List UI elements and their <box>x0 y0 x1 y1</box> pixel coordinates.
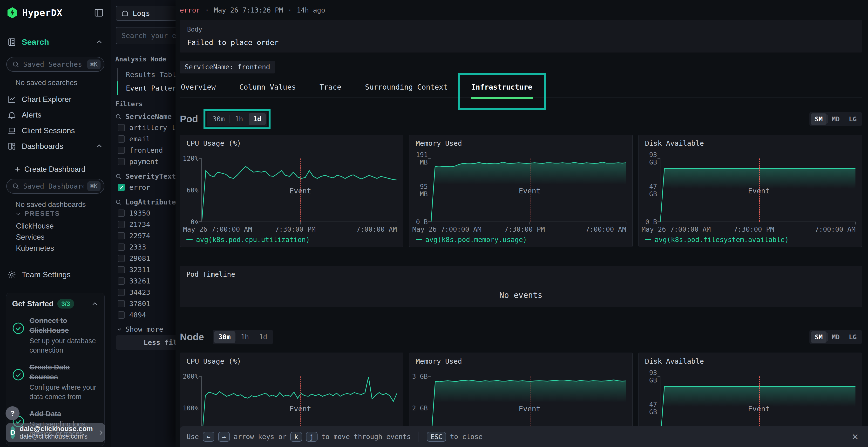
event-header: error · May 26 7:13:26 PM · 14h ago <box>180 6 862 14</box>
sidebar-item-dashboards[interactable]: Dashboards <box>0 138 111 154</box>
create-dashboard-button[interactable]: + Create Dashboard <box>0 163 111 176</box>
y-axis-labels: 93 GB47 GB0 B <box>639 159 660 222</box>
search-icon <box>12 182 19 190</box>
saved-dashboards-placeholder: Saved Dashboards <box>23 182 84 190</box>
node-range-1d[interactable]: 1d <box>255 331 272 343</box>
event-marker-label: Event <box>519 186 540 195</box>
x-axis-labels: May 26 7:00:00 AM7:30:00 PM7:00:00 AM <box>642 224 856 234</box>
hyperdx-logo-icon <box>7 7 18 18</box>
checkbox-icon[interactable] <box>118 147 125 154</box>
y-tick-label: 93 GB <box>639 369 657 384</box>
tab-column-values[interactable]: Column Values <box>239 83 297 98</box>
pod-size-lg[interactable]: LG <box>845 113 861 125</box>
pod-range-30m[interactable]: 30m <box>208 113 229 125</box>
separator-dot: · <box>288 6 292 14</box>
checkbox-icon[interactable] <box>118 135 125 143</box>
sidebar-item-label: Team Settings <box>22 270 71 279</box>
node-section-title: Node <box>180 332 204 342</box>
chevron-up-icon <box>95 142 103 150</box>
get-started-header[interactable]: Get Started 3/3 <box>12 299 99 309</box>
tab-label: Column Values <box>240 83 296 91</box>
y-axis-tick <box>428 408 431 408</box>
saved-dashboards-input[interactable]: Saved Dashboards ⌘K <box>6 179 104 194</box>
user-menu[interactable]: D dale@clickhouse.com dale@clickhouse.co… <box>6 423 105 442</box>
user-email: dale@clickhouse.com <box>20 425 93 433</box>
x-tick-label: 7:30:00 PM <box>275 226 316 233</box>
right-arrow-keycap: → <box>218 432 230 442</box>
plot: Event <box>660 159 856 222</box>
presets-header[interactable]: PRESETS <box>0 210 111 217</box>
node-size-sm[interactable]: SM <box>811 332 827 343</box>
service-name-tag[interactable]: ServiceName: frontend <box>180 61 275 73</box>
no-saved-searches-text: No saved searches <box>16 78 111 87</box>
checkbox-icon[interactable] <box>118 243 125 251</box>
sidebar-item-services[interactable]: Services <box>0 232 111 243</box>
pod-time-range-wrap: 30m1h1d <box>207 112 267 127</box>
pod-size-md[interactable]: MD <box>828 113 844 125</box>
sidebar-item-kubernetes[interactable]: Kubernetes <box>0 243 111 254</box>
sidebar-item-label: Client Sessions <box>22 126 75 135</box>
get-started-step-sources[interactable]: Create Data Sources Configure where your… <box>12 362 99 402</box>
get-started-step-connect[interactable]: Connect to ClickHouse Set up your databa… <box>12 316 99 355</box>
filter-option-label: 37801 <box>129 300 150 308</box>
sidebar-item-client-sessions[interactable]: Client Sessions <box>0 123 111 138</box>
chart-plot-area: 93 GB47 GB0 BEvent <box>639 159 862 222</box>
checkbox-icon[interactable] <box>118 277 125 285</box>
get-started-progress-badge: 3/3 <box>57 299 74 309</box>
y-axis-tick <box>428 190 431 190</box>
pod-range-1h[interactable]: 1h <box>230 113 247 125</box>
pod-timeline-title: Pod Timeline <box>180 266 862 283</box>
y-axis-labels: 191 MB95 MB0 B <box>409 159 431 222</box>
saved-searches-input[interactable]: Saved Searches ⌘K <box>6 57 104 72</box>
tab-overview[interactable]: Overview <box>180 83 217 98</box>
event-marker-label: Event <box>519 404 540 413</box>
plot: Event <box>201 159 397 222</box>
pod-range-1d[interactable]: 1d <box>249 113 266 125</box>
sidebar-item-chart-explorer[interactable]: Chart Explorer <box>0 92 111 107</box>
x-tick-label: 7:00:00 AM <box>585 226 626 233</box>
sidebar-item-team-settings[interactable]: Team Settings <box>0 267 111 282</box>
drawer-footer: Use ← → arrow keys or k j to move throug… <box>180 426 868 447</box>
sidebar-item-search[interactable]: Search <box>0 34 111 50</box>
collapse-sidebar-icon[interactable] <box>94 8 104 18</box>
checkbox-icon[interactable] <box>118 158 125 165</box>
chart-card-pod-memory-used: Memory Used191 MB95 MB0 BEventMay 26 7:0… <box>409 135 633 247</box>
sidebar-item-label: Alerts <box>22 110 41 119</box>
check-circle-icon <box>12 362 25 402</box>
pod-size-sm[interactable]: SM <box>811 113 827 125</box>
step-title: Connect to ClickHouse <box>29 316 99 335</box>
step-desc: Set up your database connection <box>29 336 99 355</box>
tab-label: Infrastructure <box>471 83 532 91</box>
step-title: Add Data <box>29 409 99 419</box>
close-icon[interactable]: × <box>852 431 858 442</box>
node-size-md[interactable]: MD <box>828 332 844 343</box>
sidebar-item-alerts[interactable]: Alerts <box>0 107 111 123</box>
tab-surrounding-context[interactable]: Surrounding Context <box>364 83 449 98</box>
filter-option-label: 29081 <box>129 254 150 263</box>
tab-trace[interactable]: Trace <box>318 83 342 98</box>
checkbox-icon[interactable] <box>118 300 125 307</box>
source-select[interactable]: Logs <box>116 6 183 21</box>
node-size-lg[interactable]: LG <box>845 332 861 343</box>
tab-infrastructure[interactable]: Infrastructure <box>470 83 533 98</box>
checkbox-icon[interactable] <box>118 221 125 228</box>
sidebar-header: HyperDX <box>0 4 111 21</box>
help-button[interactable]: ? <box>5 406 20 420</box>
checkbox-icon[interactable] <box>118 266 125 273</box>
presets-label: PRESETS <box>25 210 60 217</box>
chart-legend: avg(k8s.pod.cpu.utilization) <box>180 234 403 245</box>
y-tick-label: 2 GB <box>409 404 428 412</box>
checkbox-icon[interactable] <box>118 209 125 217</box>
node-range-1h[interactable]: 1h <box>237 331 253 343</box>
checkbox-icon[interactable] <box>118 124 125 131</box>
y-axis-tick <box>657 408 660 408</box>
legend-line-icon <box>186 239 193 240</box>
checkbox-checked-icon[interactable] <box>118 184 125 191</box>
filter-group-name: ServiceName <box>125 112 172 121</box>
node-range-30m[interactable]: 30m <box>214 331 235 343</box>
checkbox-icon[interactable] <box>118 232 125 239</box>
checkbox-icon[interactable] <box>118 289 125 296</box>
sidebar-item-clickhouse[interactable]: ClickHouse <box>0 220 111 232</box>
checkbox-icon[interactable] <box>118 311 125 319</box>
checkbox-icon[interactable] <box>118 255 125 262</box>
